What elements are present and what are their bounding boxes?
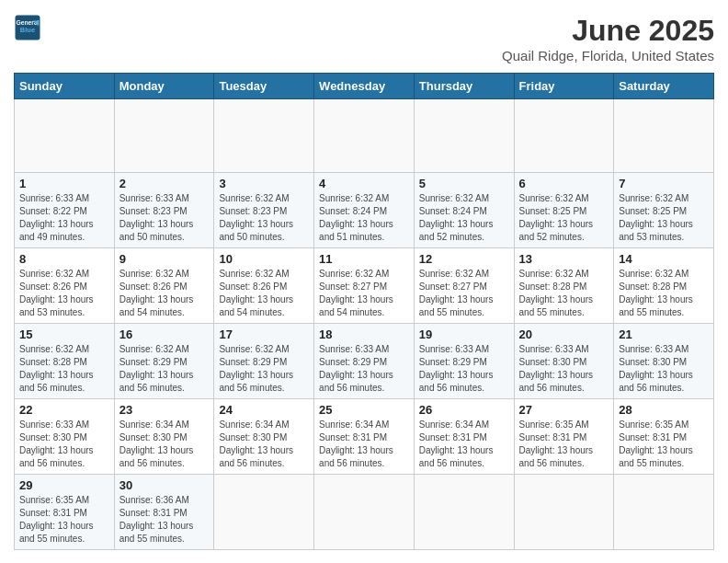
day-info: Sunrise: 6:32 AM Sunset: 8:24 PM Dayligh… (419, 192, 509, 244)
day-info: Sunrise: 6:34 AM Sunset: 8:30 PM Dayligh… (219, 419, 309, 470)
month-title: June 2025 (502, 14, 714, 48)
day-info: Sunrise: 6:32 AM Sunset: 8:23 PM Dayligh… (219, 192, 309, 244)
day-number: 4 (319, 177, 409, 190)
day-cell: 10Sunrise: 6:32 AM Sunset: 8:26 PM Dayli… (214, 248, 314, 324)
day-number: 12 (419, 252, 509, 266)
day-number: 8 (19, 252, 109, 266)
day-info: Sunrise: 6:32 AM Sunset: 8:28 PM Dayligh… (619, 268, 709, 319)
day-info: Sunrise: 6:32 AM Sunset: 8:29 PM Dayligh… (119, 343, 210, 395)
day-info: Sunrise: 6:32 AM Sunset: 8:24 PM Dayligh… (319, 192, 409, 244)
day-cell: 5Sunrise: 6:32 AM Sunset: 8:24 PM Daylig… (414, 173, 514, 248)
day-number: 25 (319, 403, 409, 417)
day-cell: 26Sunrise: 6:34 AM Sunset: 8:31 PM Dayli… (414, 399, 514, 475)
day-cell: 7Sunrise: 6:32 AM Sunset: 8:25 PM Daylig… (614, 173, 714, 248)
day-number: 6 (519, 177, 609, 190)
day-cell: 12Sunrise: 6:32 AM Sunset: 8:27 PM Dayli… (414, 248, 514, 324)
day-info: Sunrise: 6:32 AM Sunset: 8:26 PM Dayligh… (19, 268, 109, 319)
day-number: 16 (119, 327, 210, 341)
day-info: Sunrise: 6:33 AM Sunset: 8:30 PM Dayligh… (19, 419, 109, 470)
day-number: 20 (519, 327, 609, 341)
week-row-4: 22Sunrise: 6:33 AM Sunset: 8:30 PM Dayli… (15, 399, 714, 475)
header-cell-friday: Friday (514, 74, 614, 99)
week-row-2: 8Sunrise: 6:32 AM Sunset: 8:26 PM Daylig… (15, 248, 714, 324)
calendar: SundayMondayTuesdayWednesdayThursdayFrid… (14, 73, 714, 550)
day-cell: 16Sunrise: 6:32 AM Sunset: 8:29 PM Dayli… (114, 324, 214, 399)
day-info: Sunrise: 6:36 AM Sunset: 8:31 PM Dayligh… (119, 494, 210, 546)
logo-icon: General Blue (14, 14, 41, 41)
day-number: 29 (19, 478, 109, 492)
day-info: Sunrise: 6:32 AM Sunset: 8:28 PM Dayligh… (19, 343, 109, 395)
day-info: Sunrise: 6:32 AM Sunset: 8:27 PM Dayligh… (419, 268, 509, 319)
day-cell: 18Sunrise: 6:33 AM Sunset: 8:29 PM Dayli… (314, 324, 415, 399)
day-cell: 6Sunrise: 6:32 AM Sunset: 8:25 PM Daylig… (514, 173, 614, 248)
day-cell: 17Sunrise: 6:32 AM Sunset: 8:29 PM Dayli… (214, 324, 314, 399)
day-number: 30 (119, 478, 210, 492)
day-number: 14 (619, 252, 709, 266)
day-cell: 19Sunrise: 6:33 AM Sunset: 8:29 PM Dayli… (414, 324, 514, 399)
header-cell-monday: Monday (114, 74, 214, 99)
day-cell (114, 99, 214, 173)
day-info: Sunrise: 6:33 AM Sunset: 8:29 PM Dayligh… (319, 343, 409, 395)
day-cell (514, 99, 614, 173)
day-info: Sunrise: 6:32 AM Sunset: 8:27 PM Dayligh… (319, 268, 409, 319)
day-cell: 4Sunrise: 6:32 AM Sunset: 8:24 PM Daylig… (314, 173, 415, 248)
day-cell (514, 475, 614, 550)
day-info: Sunrise: 6:33 AM Sunset: 8:22 PM Dayligh… (19, 192, 109, 244)
header-cell-sunday: Sunday (15, 74, 115, 99)
day-number: 10 (219, 252, 309, 266)
day-number: 9 (119, 252, 210, 266)
day-info: Sunrise: 6:32 AM Sunset: 8:25 PM Dayligh… (519, 192, 609, 244)
day-cell: 27Sunrise: 6:35 AM Sunset: 8:31 PM Dayli… (514, 399, 614, 475)
calendar-body: 1Sunrise: 6:33 AM Sunset: 8:22 PM Daylig… (15, 99, 714, 550)
day-number: 28 (619, 403, 709, 417)
day-info: Sunrise: 6:35 AM Sunset: 8:31 PM Dayligh… (19, 494, 109, 546)
header-cell-wednesday: Wednesday (314, 74, 415, 99)
day-cell: 29Sunrise: 6:35 AM Sunset: 8:31 PM Dayli… (15, 475, 115, 550)
day-number: 18 (319, 327, 409, 341)
day-cell: 9Sunrise: 6:32 AM Sunset: 8:26 PM Daylig… (114, 248, 214, 324)
location-title: Quail Ridge, Florida, United States (502, 48, 714, 63)
header-cell-saturday: Saturday (614, 74, 714, 99)
day-cell (214, 475, 314, 550)
day-number: 22 (19, 403, 109, 417)
day-cell (614, 475, 714, 550)
day-cell: 30Sunrise: 6:36 AM Sunset: 8:31 PM Dayli… (114, 475, 214, 550)
day-info: Sunrise: 6:32 AM Sunset: 8:26 PM Dayligh… (219, 268, 309, 319)
day-number: 1 (19, 177, 109, 190)
day-cell (414, 475, 514, 550)
day-cell: 21Sunrise: 6:33 AM Sunset: 8:30 PM Dayli… (614, 324, 714, 399)
day-info: Sunrise: 6:35 AM Sunset: 8:31 PM Dayligh… (619, 419, 709, 470)
day-number: 11 (319, 252, 409, 266)
header-cell-tuesday: Tuesday (214, 74, 314, 99)
day-cell: 20Sunrise: 6:33 AM Sunset: 8:30 PM Dayli… (514, 324, 614, 399)
day-cell (614, 99, 714, 173)
header-cell-thursday: Thursday (414, 74, 514, 99)
week-row-5: 29Sunrise: 6:35 AM Sunset: 8:31 PM Dayli… (15, 475, 714, 550)
day-info: Sunrise: 6:32 AM Sunset: 8:26 PM Dayligh… (119, 268, 210, 319)
day-cell (414, 99, 514, 173)
day-cell (314, 475, 415, 550)
day-info: Sunrise: 6:32 AM Sunset: 8:29 PM Dayligh… (219, 343, 309, 395)
day-info: Sunrise: 6:34 AM Sunset: 8:30 PM Dayligh… (119, 419, 210, 470)
day-cell: 22Sunrise: 6:33 AM Sunset: 8:30 PM Dayli… (15, 399, 115, 475)
day-cell (15, 99, 115, 173)
logo: General Blue (14, 14, 41, 41)
day-info: Sunrise: 6:34 AM Sunset: 8:31 PM Dayligh… (419, 419, 509, 470)
day-number: 3 (219, 177, 309, 190)
day-info: Sunrise: 6:35 AM Sunset: 8:31 PM Dayligh… (519, 419, 609, 470)
day-cell: 11Sunrise: 6:32 AM Sunset: 8:27 PM Dayli… (314, 248, 415, 324)
day-cell (314, 99, 415, 173)
day-number: 2 (119, 177, 210, 190)
day-number: 24 (219, 403, 309, 417)
day-info: Sunrise: 6:33 AM Sunset: 8:30 PM Dayligh… (619, 343, 709, 395)
header-row: SundayMondayTuesdayWednesdayThursdayFrid… (15, 74, 714, 99)
svg-text:Blue: Blue (20, 26, 35, 34)
day-cell: 13Sunrise: 6:32 AM Sunset: 8:28 PM Dayli… (514, 248, 614, 324)
day-number: 5 (419, 177, 509, 190)
day-info: Sunrise: 6:34 AM Sunset: 8:31 PM Dayligh… (319, 419, 409, 470)
day-cell: 23Sunrise: 6:34 AM Sunset: 8:30 PM Dayli… (114, 399, 214, 475)
day-info: Sunrise: 6:32 AM Sunset: 8:28 PM Dayligh… (519, 268, 609, 319)
day-number: 23 (119, 403, 210, 417)
day-number: 27 (519, 403, 609, 417)
day-cell: 14Sunrise: 6:32 AM Sunset: 8:28 PM Dayli… (614, 248, 714, 324)
